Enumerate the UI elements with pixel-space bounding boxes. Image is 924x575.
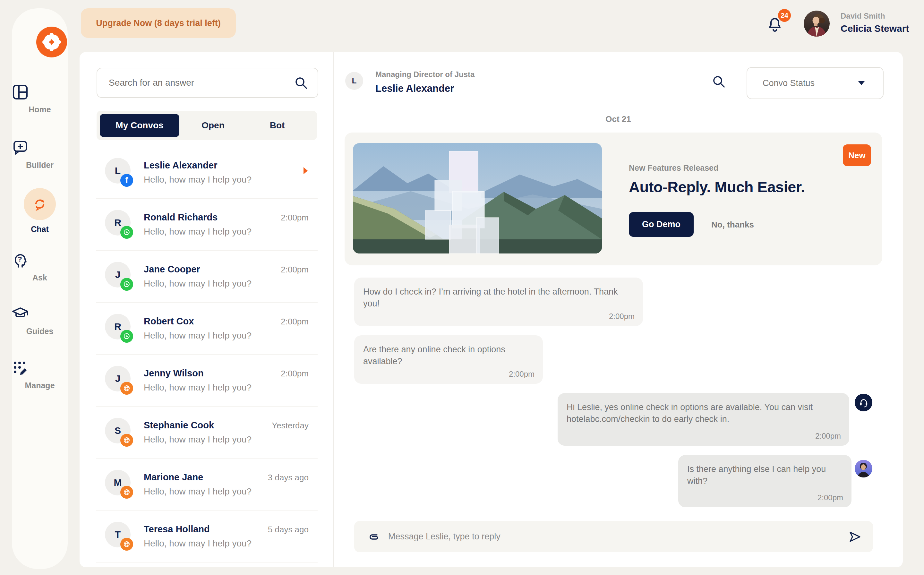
web-channel-icon xyxy=(120,486,133,499)
message-snippet: Hello, how may I help you? xyxy=(144,278,252,289)
sidebar-item-builder[interactable]: Builder xyxy=(12,139,68,170)
user-avatar[interactable] xyxy=(804,11,830,37)
conversation-date: Oct 21 xyxy=(334,114,903,124)
conversation-list: L f Leslie Alexander Hello, how may I he… xyxy=(96,147,318,562)
message-text: How do I check in? I’m arriving at the h… xyxy=(363,286,634,310)
message-time: 2:00pm xyxy=(609,312,635,321)
conversation-tabs: My Convos Open Bot xyxy=(97,111,317,140)
message-input-bar xyxy=(354,521,873,552)
sidebar-item-guides[interactable]: Guides xyxy=(12,305,68,336)
conversations-panel: My Convos Open Bot L f Leslie Alexander … xyxy=(79,52,334,567)
outgoing-message: Is there anything else I can help you wi… xyxy=(678,455,851,507)
conversation-time: Yesterday xyxy=(272,421,309,430)
conversation-time: 5 days ago xyxy=(268,525,309,535)
message-snippet: Hello, how may I help you? xyxy=(144,330,252,341)
conversation-row[interactable]: L f Leslie Alexander Hello, how may I he… xyxy=(96,147,318,199)
sidebar-item-label: Chat xyxy=(12,225,68,234)
banner-title: Auto-Reply. Much Easier. xyxy=(629,178,805,196)
convo-status-dropdown[interactable]: Convo Status xyxy=(746,67,884,99)
web-channel-icon xyxy=(120,434,133,446)
conversation-time: 3 days ago xyxy=(268,473,309,483)
chat-contact-name: Leslie Alexander xyxy=(375,83,454,94)
chat-panel: L Managing Director of Justa Leslie Alex… xyxy=(334,52,903,567)
whatsapp-channel-icon xyxy=(120,330,133,343)
chevron-down-icon xyxy=(858,81,865,85)
notification-count-badge: 24 xyxy=(778,9,791,22)
whatsapp-channel-icon xyxy=(120,278,133,291)
outgoing-message: Hi Leslie, yes online check in options a… xyxy=(557,393,849,446)
home-layout-icon xyxy=(12,84,68,100)
tab-my-convos[interactable]: My Convos xyxy=(100,114,179,137)
message-time: 2:00pm xyxy=(818,493,843,502)
sidebar-item-chat[interactable]: Chat xyxy=(12,188,68,234)
notifications-button[interactable]: 24 xyxy=(767,16,789,38)
conversation-time: 2:00pm xyxy=(281,369,309,379)
guides-graduation-cap-icon xyxy=(12,305,68,322)
message-snippet: Hello, how may I help you? xyxy=(144,175,252,185)
message-text: Is there anything else I can help you wi… xyxy=(687,463,843,487)
flower-logo-icon xyxy=(36,27,67,57)
web-channel-icon xyxy=(120,382,133,395)
message-snippet: Hello, how may I help you? xyxy=(144,538,252,549)
conversation-row[interactable]: R Ronald Richards Hello, how may I help … xyxy=(96,199,318,251)
chat-contact-avatar: L xyxy=(345,72,363,90)
sidebar-item-ask[interactable]: ? Ask xyxy=(12,252,68,282)
app-window: Home Builder xyxy=(0,0,924,575)
contact-name: Jane Cooper xyxy=(144,264,200,275)
manage-dots-pencil-icon xyxy=(12,360,68,376)
feature-banner: New New Features Released Auto-Reply. Mu… xyxy=(345,132,882,265)
new-badge: New xyxy=(843,145,871,166)
whatsapp-channel-icon xyxy=(120,226,133,239)
upgrade-button[interactable]: Upgrade Now (8 days trial left) xyxy=(81,8,236,38)
chat-search-icon[interactable] xyxy=(711,75,726,89)
message-snippet: Hello, how may I help you? xyxy=(144,227,252,237)
sidebar-item-home[interactable]: Home xyxy=(12,84,68,114)
contact-name: Jenny Wilson xyxy=(144,368,204,379)
banner-kicker: New Features Released xyxy=(629,163,718,173)
contact-name: Robert Cox xyxy=(144,316,194,327)
conversation-time: 2:00pm xyxy=(281,265,309,275)
sidebar: Home Builder xyxy=(12,8,68,569)
user-info: David Smith Celicia Stewart xyxy=(841,11,924,34)
chat-contact-role: Managing Director of Justa xyxy=(375,70,475,79)
message-time: 2:00pm xyxy=(815,432,841,440)
message-time: 2:00pm xyxy=(509,370,535,379)
contact-name: Teresa Holland xyxy=(144,524,210,535)
conversation-row[interactable]: J Jenny Wilson Hello, how may I help you… xyxy=(96,354,318,407)
sidebar-item-label: Home xyxy=(12,105,68,114)
sidebar-item-label: Manage xyxy=(12,381,68,390)
sidebar-item-label: Ask xyxy=(12,273,68,282)
conversation-row[interactable]: J Jane Cooper Hello, how may I help you?… xyxy=(96,251,318,303)
conversation-row[interactable]: S Stephanie Cook Hello, how may I help y… xyxy=(96,407,318,459)
sidebar-item-label: Guides xyxy=(12,327,68,336)
conversation-row[interactable]: M Marione Jane Hello, how may I help you… xyxy=(96,459,318,510)
conversation-row[interactable]: T Teresa Holland Hello, how may I help y… xyxy=(96,510,318,562)
contact-name: Ronald Richards xyxy=(144,212,218,223)
incoming-message: Are there any online check in options av… xyxy=(354,335,543,384)
send-icon[interactable] xyxy=(847,530,862,544)
message-snippet: Hello, how may I help you? xyxy=(144,486,252,497)
user-team-label: David Smith xyxy=(841,11,924,21)
message-input[interactable] xyxy=(387,531,840,542)
tab-open[interactable]: Open xyxy=(179,120,247,130)
facebook-channel-icon: f xyxy=(120,174,133,187)
search-icon[interactable] xyxy=(294,76,308,90)
builder-chat-plus-icon xyxy=(12,139,68,156)
tab-bot[interactable]: Bot xyxy=(247,120,308,130)
active-item-highlight xyxy=(24,188,56,220)
convo-status-label: Convo Status xyxy=(763,78,814,88)
agent-photo-avatar xyxy=(855,460,872,478)
go-demo-button[interactable]: Go Demo xyxy=(629,212,694,237)
attachment-paperclip-icon[interactable] xyxy=(367,531,380,543)
answer-search-box xyxy=(97,68,318,98)
bot-headset-avatar xyxy=(855,394,872,411)
banner-image xyxy=(353,143,602,254)
web-channel-icon xyxy=(120,538,133,551)
conversation-row[interactable]: R Robert Cox Hello, how may I help you? … xyxy=(96,303,318,354)
message-snippet: Hello, how may I help you? xyxy=(144,383,252,393)
app-logo[interactable] xyxy=(36,27,67,57)
sidebar-item-manage[interactable]: Manage xyxy=(12,360,68,390)
dismiss-banner-button[interactable]: No, thanks xyxy=(711,220,754,230)
svg-text:?: ? xyxy=(17,255,22,263)
answer-search-input[interactable] xyxy=(108,77,294,88)
